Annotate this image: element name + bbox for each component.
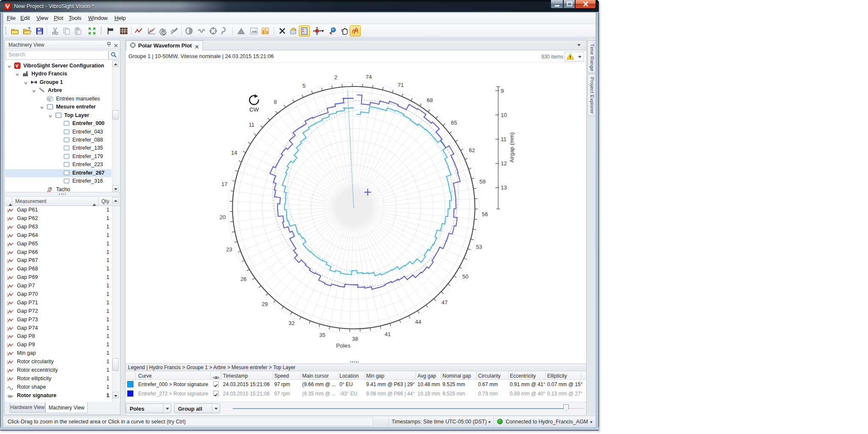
svg-text:71: 71: [398, 82, 403, 88]
svg-text:11: 11: [501, 136, 507, 142]
svg-text:13: 13: [501, 184, 507, 191]
svg-text:Airgap (mm): Airgap (mm): [509, 132, 515, 163]
svg-text:CW: CW: [249, 106, 259, 113]
svg-text:Poles: Poles: [336, 342, 351, 349]
svg-text:32: 32: [289, 320, 295, 326]
svg-text:38: 38: [352, 336, 358, 342]
svg-text:74: 74: [366, 74, 372, 80]
svg-text:14: 14: [231, 150, 237, 156]
svg-text:8: 8: [274, 99, 277, 105]
svg-text:59: 59: [479, 178, 485, 185]
svg-text:56: 56: [482, 211, 488, 217]
svg-text:29: 29: [262, 301, 267, 307]
svg-text:10: 10: [501, 112, 507, 118]
svg-text:2: 2: [334, 74, 337, 81]
svg-text:47: 47: [442, 299, 448, 306]
svg-text:12: 12: [501, 160, 507, 167]
svg-text:20: 20: [220, 214, 225, 220]
svg-text:26: 26: [240, 276, 246, 282]
svg-text:11: 11: [249, 122, 255, 128]
svg-text:44: 44: [415, 319, 421, 325]
svg-text:53: 53: [476, 244, 482, 250]
svg-text:41: 41: [384, 331, 390, 337]
svg-text:23: 23: [226, 246, 232, 253]
svg-text:9: 9: [501, 88, 504, 94]
svg-text:5: 5: [303, 83, 306, 89]
svg-text:62: 62: [469, 147, 475, 153]
svg-text:65: 65: [451, 120, 457, 126]
svg-text:17: 17: [221, 181, 227, 187]
svg-text:50: 50: [462, 273, 468, 280]
svg-text:68: 68: [427, 97, 433, 103]
svg-text:35: 35: [319, 332, 325, 338]
